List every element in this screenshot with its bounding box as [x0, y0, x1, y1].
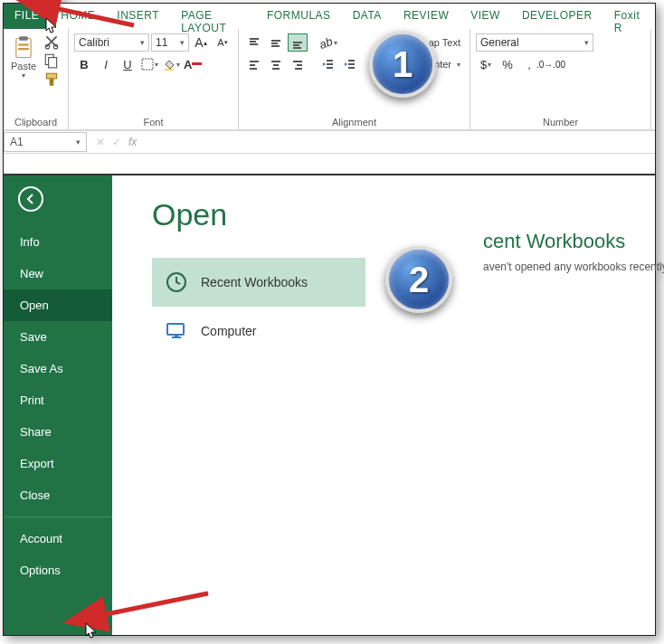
svg-rect-28	[297, 64, 302, 66]
align-bottom-icon	[291, 36, 304, 49]
svg-rect-27	[293, 61, 302, 62]
sidebar-item-options[interactable]: Options	[4, 554, 112, 586]
svg-rect-11	[165, 69, 174, 71]
align-middle-icon	[270, 36, 282, 49]
name-box-value: A1	[10, 136, 24, 148]
formula-bar: A1▾ ✕ ✓ fx	[4, 130, 655, 154]
sidebar-separator	[4, 516, 112, 517]
name-box[interactable]: A1▾	[4, 132, 87, 152]
sidebar-item-account[interactable]: Account	[4, 523, 112, 554]
bold-button[interactable]: B	[74, 55, 94, 73]
copy-button[interactable]	[43, 52, 60, 69]
svg-rect-19	[293, 44, 299, 46]
tab-view[interactable]: VIEW	[460, 4, 511, 29]
align-top-button[interactable]	[244, 33, 264, 52]
svg-rect-25	[273, 64, 279, 66]
orientation-button[interactable]: ab▾	[318, 33, 338, 52]
svg-rect-40	[175, 335, 178, 336]
tab-addin[interactable]: Foxit R	[603, 4, 655, 29]
align-center-button[interactable]	[266, 55, 286, 73]
svg-rect-39	[172, 336, 181, 338]
detail-pane: cent Workbooks aven't opened any workboo…	[483, 230, 664, 273]
svg-rect-3	[18, 48, 29, 50]
sidebar-item-close[interactable]: Close	[4, 479, 112, 511]
sidebar-item-export[interactable]: Export	[4, 448, 112, 479]
font-size-value: 11	[156, 36, 167, 49]
svg-rect-10	[142, 59, 153, 70]
svg-rect-24	[271, 61, 280, 62]
sidebar-item-print[interactable]: Print	[4, 384, 112, 416]
underline-button[interactable]: U	[118, 55, 138, 73]
wrap-label: ap Text	[429, 37, 460, 48]
accounting-button[interactable]: $▾	[476, 55, 496, 73]
insert-function-button[interactable]: fx	[128, 136, 137, 148]
decrease-indent-button[interactable]	[318, 55, 338, 73]
svg-rect-22	[250, 64, 255, 66]
svg-rect-38	[167, 324, 184, 335]
back-arrow-icon	[24, 193, 37, 205]
source-computer[interactable]: Computer	[152, 307, 365, 355]
svg-rect-18	[293, 42, 302, 43]
fill-color-button[interactable]: ▾	[161, 55, 181, 73]
mouse-cursor-icon	[85, 622, 98, 640]
font-size-select[interactable]: 11▾	[151, 33, 189, 52]
percent-button[interactable]: %	[498, 55, 517, 73]
source-recent-workbooks[interactable]: Recent Workbooks	[152, 258, 365, 307]
border-icon	[141, 58, 154, 71]
backstage-sidebar: Info New Open Save Save As Print Share E…	[4, 175, 112, 635]
sidebar-item-share[interactable]: Share	[4, 416, 112, 448]
svg-rect-8	[46, 73, 56, 79]
number-format-value: General	[480, 36, 519, 49]
sidebar-item-info[interactable]: Info	[4, 226, 112, 258]
group-number: General▾ $▾ % , .0→.00 Number	[470, 29, 651, 129]
indent-right-icon	[344, 58, 356, 71]
font-name-value: Calibri	[79, 36, 109, 49]
svg-rect-20	[293, 47, 301, 49]
sidebar-item-save[interactable]: Save	[4, 321, 112, 353]
group-font: Calibri▾ 11▾ A▴ A▾ B I U ▾ ▾ A	[69, 29, 239, 129]
align-left-button[interactable]	[244, 55, 264, 73]
svg-rect-7	[49, 58, 57, 68]
sidebar-item-new[interactable]: New	[4, 258, 112, 289]
font-color-button[interactable]: A	[183, 55, 203, 73]
tab-formulas[interactable]: FORMULAS	[256, 4, 342, 29]
detail-title: cent Workbooks	[483, 230, 664, 253]
svg-rect-14	[250, 43, 258, 45]
detail-body: aven't opened any workbooks recently.	[483, 260, 664, 273]
svg-rect-35	[348, 67, 355, 69]
group-label-number: Number	[474, 114, 647, 129]
align-top-icon	[248, 36, 261, 49]
indent-left-icon	[322, 58, 335, 71]
align-center-icon	[270, 58, 282, 71]
align-bottom-button[interactable]	[288, 33, 308, 52]
cancel-formula-icon[interactable]: ✕	[96, 136, 105, 148]
svg-rect-2	[18, 43, 29, 45]
align-right-button[interactable]	[288, 55, 308, 73]
mouse-cursor-icon	[45, 17, 58, 35]
back-button[interactable]	[18, 186, 43, 212]
shrink-font-button[interactable]: A▾	[213, 33, 232, 52]
tab-review[interactable]: REVIEW	[393, 4, 460, 29]
tab-page-layout[interactable]: PAGE LAYOUT	[170, 4, 256, 29]
group-alignment: ab▾ ap Text erge & Center▾	[239, 29, 470, 129]
italic-button[interactable]: I	[96, 55, 116, 73]
enter-formula-icon[interactable]: ✓	[112, 136, 121, 148]
tab-developer[interactable]: DEVELOPER	[511, 4, 603, 29]
source-label: Computer	[201, 324, 256, 338]
borders-button[interactable]: ▾	[139, 55, 159, 73]
increase-indent-button[interactable]	[340, 55, 360, 73]
number-format-select[interactable]: General▾	[476, 33, 593, 52]
paste-icon	[11, 35, 36, 61]
sidebar-item-open[interactable]: Open	[4, 289, 112, 321]
grow-font-button[interactable]: A▴	[191, 33, 211, 52]
format-painter-button[interactable]	[43, 71, 60, 88]
sidebar-item-save-as[interactable]: Save As	[4, 353, 112, 384]
svg-rect-17	[271, 45, 280, 47]
align-right-icon	[291, 58, 304, 71]
increase-decimal-button[interactable]: .0→.00	[541, 55, 561, 73]
align-middle-button[interactable]	[266, 33, 286, 52]
svg-rect-15	[271, 40, 280, 42]
tab-data[interactable]: DATA	[342, 4, 393, 29]
paste-button[interactable]: Paste ▾	[7, 32, 40, 80]
page-title: Open	[152, 197, 655, 232]
